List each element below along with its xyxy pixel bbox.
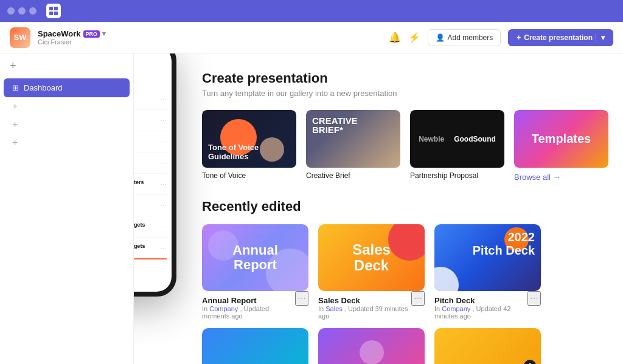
sidebar-plus-1[interactable]: + xyxy=(0,97,133,115)
add-members-button[interactable]: 👤 Add members xyxy=(428,29,501,46)
create-presentation-button[interactable]: + Create presentation ▾ xyxy=(508,29,613,46)
phone-item-text: 2021 Revenue Targets Updating just now xyxy=(134,243,157,253)
recent-card-title: Pitch Deck xyxy=(434,296,527,305)
recently-edited-title: Recently edited xyxy=(202,199,604,215)
traffic-light-close[interactable] xyxy=(7,7,15,15)
chevron-down-icon[interactable]: ▾ xyxy=(102,30,106,38)
workspace-user: Cici Frasier xyxy=(38,38,106,46)
bell-icon[interactable]: 🔔 xyxy=(389,32,401,43)
phone-item-title: Sales Deck xyxy=(134,115,157,122)
dropdown-arrow-icon: ▾ xyxy=(596,33,605,42)
phone-screen: ← Dashboard Recently edited AnnualReport… xyxy=(134,53,172,292)
workspace-name: SpaceWork PRO ▾ xyxy=(38,29,106,38)
more-recent-cards-row: ? xyxy=(202,328,604,364)
creative-template-label: Creative Brief xyxy=(306,171,400,180)
phone-item-text: All-in on Cloud Updated just now xyxy=(134,201,157,211)
svg-rect-2 xyxy=(49,12,53,15)
decorative-circle2 xyxy=(260,137,284,162)
phone-item-text: Board Update Updated just now xyxy=(134,158,157,168)
template-card-tone[interactable]: Tone of VoiceGuidelines Tone of Voice xyxy=(202,110,296,182)
recent-card-pitch[interactable]: 2022Pitch Deck Pitch Deck In Company , U… xyxy=(434,224,541,321)
phone-item-sub: Updated just now xyxy=(134,228,157,232)
sidebar: + ⊞ Dashboard + + + xyxy=(0,53,134,364)
workspace-info: SpaceWork PRO ▾ Cici Frasier xyxy=(38,29,106,46)
main-layout: + ⊞ Dashboard + + + ← Dashboard Recently… xyxy=(0,53,623,364)
phone-item-sub: Updated just now xyxy=(134,164,157,168)
page-title: Create presentation xyxy=(202,70,604,86)
browse-all-link[interactable]: Browse all → xyxy=(514,173,608,182)
list-item[interactable]: 2021 Revenue Targets Updating just now ⋯ xyxy=(134,238,167,259)
phone-item-text: 2022 Pitch Deck Updated just now xyxy=(134,137,157,147)
sidebar-plus-2[interactable]: + xyxy=(0,115,133,134)
dots-icon[interactable]: ⋯ xyxy=(161,96,167,103)
recent-cards-row: AnnualReport Annual Report In Company , … xyxy=(202,224,604,321)
recent-card-annual[interactable]: AnnualReport Annual Report In Company , … xyxy=(202,224,308,321)
phone-subtitle: Recently edited xyxy=(134,78,167,84)
partnership-template-label: Partnership Proposal xyxy=(410,171,504,180)
app-icon xyxy=(46,4,61,18)
sidebar-item-dashboard[interactable]: ⊞ Dashboard xyxy=(4,78,130,97)
dots-icon[interactable]: ⋯ xyxy=(161,224,167,230)
card-menu-button[interactable]: ⋯ xyxy=(527,291,541,306)
recent-card-info: Annual Report In Company , Updated momen… xyxy=(202,291,308,321)
dots-icon[interactable]: ⋯ xyxy=(161,181,167,188)
recent-card-title: Sales Deck xyxy=(318,296,411,305)
card-menu-button[interactable]: ⋯ xyxy=(295,291,308,306)
list-item[interactable]: All-in on Cloud Updated just now ⋯ xyxy=(134,195,167,216)
dashboard-icon: ⊞ xyxy=(12,83,19,92)
app-header: SW SpaceWork PRO ▾ Cici Frasier 🔔 ⚡ 👤 Ad… xyxy=(0,22,623,53)
bolt-icon[interactable]: ⚡ xyxy=(408,32,420,43)
recent-card-info: Pitch Deck In Company , Updated 42 minut… xyxy=(434,291,541,321)
recent-card-meta: In Company , Updated moments ago xyxy=(202,305,295,320)
bottom-card-yellow[interactable]: ? xyxy=(434,328,541,364)
phone-title: Dashboard xyxy=(134,66,167,77)
sidebar-add-button[interactable]: + xyxy=(10,60,16,72)
list-item[interactable]: Promoting Promoters Updated just now ⋯ xyxy=(134,174,167,195)
dots-icon[interactable]: ⋯ xyxy=(161,160,167,167)
bottom-card-blue[interactable] xyxy=(202,328,308,364)
template-card-templates[interactable]: Templates Browse all → xyxy=(514,110,608,182)
phone-item-text: Sales Deck Updated just now xyxy=(134,115,157,126)
section-subtitle: Turn any template in our gallery into a … xyxy=(202,89,604,98)
phone-item-sub: Updated just now xyxy=(134,122,157,126)
traffic-light-maximize[interactable] xyxy=(29,7,37,15)
template-cards-row: Tone of VoiceGuidelines Tone of Voice CR… xyxy=(202,110,604,182)
recent-card-title: Annual Report xyxy=(202,296,295,305)
recent-card-details: Annual Report In Company , Updated momen… xyxy=(202,291,295,321)
svg-rect-3 xyxy=(54,12,58,15)
list-item[interactable]: SalesDeck Sales Deck Updated just now ⋯ xyxy=(134,110,167,131)
phone-back-button[interactable]: ← xyxy=(134,53,172,64)
phone-item-sub: Updated just now xyxy=(134,143,157,147)
phone-item-sub: Updating just now xyxy=(134,249,157,253)
dots-icon[interactable]: ⋯ xyxy=(161,202,167,209)
recent-card-sales[interactable]: SalesDeck Sales Deck In Sales , Updated … xyxy=(318,224,425,321)
recent-card-meta: In Company , Updated 42 minutes ago xyxy=(434,305,527,320)
content-area: ← Dashboard Recently edited AnnualReport… xyxy=(134,53,623,364)
recent-card-info: Sales Deck In Sales , Updated 39 minutes… xyxy=(318,291,425,321)
card-menu-button[interactable]: ⋯ xyxy=(411,291,425,306)
list-item[interactable]: 2021 Revenue Targets Updated just now ⋯ xyxy=(134,216,167,238)
dots-icon[interactable]: ⋯ xyxy=(161,139,167,145)
sidebar-header: + xyxy=(0,53,133,78)
pro-badge: PRO xyxy=(83,30,100,38)
svg-rect-0 xyxy=(49,7,53,10)
traffic-light-minimize[interactable] xyxy=(18,7,26,15)
templates-card-text: Templates xyxy=(532,132,591,146)
workspace-name-text: SpaceWork xyxy=(38,29,81,38)
list-item[interactable]: 2022Pitch 2022 Pitch Deck Updated just n… xyxy=(134,131,167,153)
dots-icon[interactable]: ⋯ xyxy=(161,117,167,124)
list-item[interactable]: Board Update Updated just now ⋯ xyxy=(134,153,167,174)
template-card-partnership[interactable]: Newbie GoodSound Partnership Proposal xyxy=(410,110,504,182)
sidebar-plus-3[interactable]: + xyxy=(0,134,133,152)
plus-icon: + xyxy=(517,33,521,42)
phone-item-text: Annual Report Updated just now xyxy=(134,94,157,105)
template-card-creative[interactable]: CREATIVEBRIEF* Creative Brief xyxy=(306,110,400,182)
recent-card-meta: In Sales , Updated 39 minutes ago xyxy=(318,305,411,320)
traffic-lights xyxy=(7,7,37,15)
dots-icon[interactable]: ⋯ xyxy=(161,245,167,252)
list-item[interactable]: AnnualReport Annual Report Updated just … xyxy=(134,89,167,110)
bottom-card-purple[interactable] xyxy=(318,328,425,364)
phone-item-title: Annual Report xyxy=(134,94,157,100)
annual-card-text: AnnualReport xyxy=(232,243,278,272)
creative-card-text: CREATIVEBRIEF* xyxy=(312,116,358,134)
